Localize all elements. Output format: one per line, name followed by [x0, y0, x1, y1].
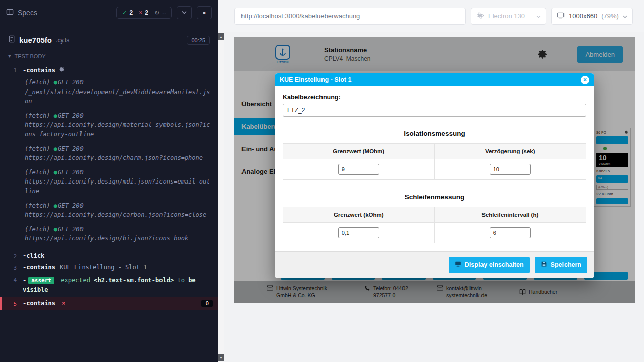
network-log-entry[interactable]: (fetch) ●GET 200 https://api.iconify.des… [25, 144, 213, 163]
test-body-toggle[interactable]: ▾ TEST BODY [0, 49, 218, 64]
fetch-label: (fetch) [25, 226, 50, 233]
status-dot-icon: ● [54, 202, 57, 209]
url-input[interactable] [234, 8, 466, 25]
schleifenmessung-title: Schleifenmessung [283, 193, 586, 201]
line-number: 1 [2, 66, 23, 74]
display-icon [455, 261, 461, 269]
line-number: 3 [2, 264, 23, 272]
save-floppy-icon [541, 261, 547, 269]
fetch-url: https://api.iconify.design/charm.json?ic… [25, 153, 213, 163]
close-icon[interactable]: × [581, 76, 589, 84]
fetch-status: GET 200 [58, 226, 84, 233]
stop-button[interactable]: ■ [197, 6, 212, 19]
stop-icon: ■ [203, 10, 205, 15]
reporter-header: Specs ✓ 2 × 2 ↻ -- ■ [0, 0, 218, 25]
specs-panel-icon [6, 8, 14, 17]
collapse-button[interactable] [177, 6, 192, 19]
chevron-down-icon [182, 10, 187, 15]
network-log-entry[interactable]: (fetch) ●GET 200 https://api.iconify.des… [25, 201, 213, 220]
browser-label: Electron 130 [488, 12, 525, 20]
command-name: -contains [23, 300, 55, 307]
verzoegerung-sek-input[interactable] [490, 164, 531, 175]
retry-count-badge: 0 [201, 300, 213, 307]
kabelbezeichnung-input[interactable] [283, 104, 586, 117]
status-dot-icon: ● [54, 226, 57, 233]
chevron-down-icon [536, 12, 541, 20]
stat-passed[interactable]: ✓ 2 [122, 9, 133, 16]
line-number: 5 [2, 300, 23, 307]
cypress-reporter: Specs ✓ 2 × 2 ↻ -- ■ [0, 0, 218, 362]
gear-icon[interactable] [59, 66, 65, 74]
display-einschalten-button[interactable]: Display einschalten [449, 257, 530, 273]
command-name: -contains [23, 67, 55, 74]
command-name: -contains [23, 264, 55, 271]
scrollbar[interactable]: ▲ ▼ [218, 32, 224, 362]
schleifenintervall-input[interactable] [490, 227, 531, 238]
command-row[interactable]: 2 -click [0, 250, 218, 262]
specs-label: Specs [18, 9, 37, 17]
fetch-label: (fetch) [25, 112, 50, 119]
display-button-label: Display einschalten [465, 261, 524, 268]
loop-col1-header: Grenzwert (kOhm) [283, 207, 435, 222]
grenzwert-kohm-input[interactable] [338, 227, 379, 238]
stat-failed[interactable]: × 2 [139, 9, 148, 16]
fetch-url: https://api.iconify.design/material-symb… [25, 120, 213, 139]
save-button-label: Speichern [551, 261, 581, 268]
modal-title: KUE Einstellung - Slot 1 [280, 76, 351, 83]
test-stats: ✓ 2 × 2 ↻ -- [116, 7, 172, 19]
restarts-count: -- [162, 9, 166, 16]
isolationsmessung-table: Grenzwert (MOhm) Verzögerung (sek) [283, 143, 586, 180]
modal-footer: Display einschalten Speichern [275, 251, 594, 278]
network-log-entry[interactable]: (fetch) ●GET 200 https://api.iconify.des… [25, 225, 213, 243]
command-argument: KUE Einstellung - Slot 1 [60, 264, 147, 271]
network-log-entry[interactable]: (fetch) ●GET 200 /_next/static/developme… [25, 78, 213, 106]
line-number: 2 [2, 252, 23, 260]
assert-expected: expected [61, 277, 90, 284]
stat-restarts[interactable]: ↻ -- [154, 9, 166, 16]
browser-selector[interactable]: Electron 130 [471, 8, 546, 25]
network-log-entry[interactable]: (fetch) ●GET 200 https://api.iconify.des… [25, 111, 213, 139]
fetch-label: (fetch) [25, 169, 50, 176]
fetch-label: (fetch) [25, 145, 50, 152]
assert-to: to [177, 277, 184, 284]
viewport-icon [557, 12, 565, 20]
spec-extension: .cy.ts [56, 37, 69, 44]
runner-main-area: Electron 130 1000x660 (79%) ▲ ▼ [218, 0, 644, 362]
speichern-button[interactable]: Speichern [535, 257, 587, 273]
scroll-up-arrow[interactable]: ▲ [218, 33, 224, 40]
grenzwert-mohm-input[interactable] [338, 164, 379, 175]
spec-row: kue705fo .cy.ts 00:25 [0, 25, 218, 49]
specs-button[interactable]: Specs [6, 8, 37, 17]
network-log-entry[interactable]: (fetch) ●GET 200 https://api.iconify.des… [25, 168, 213, 196]
command-row-failed[interactable]: 5 -contains × 0 [0, 297, 218, 310]
fetch-status: GET 200 [58, 145, 84, 152]
command-name: -click [23, 252, 44, 259]
viewport-zoom: (79%) [601, 12, 619, 20]
test-body-label: TEST BODY [15, 53, 46, 59]
fetch-url: https://api.iconify.design/mdi.json?icon… [25, 177, 213, 196]
modal-header: KUE Einstellung - Slot 1 × [275, 73, 594, 86]
cross-icon: × [139, 9, 142, 16]
fetch-status: GET 200 [58, 112, 84, 119]
status-dot-icon: ● [54, 169, 57, 176]
loop-col2-header: Schleifenintervall (h) [435, 207, 586, 222]
fetch-status: GET 200 [58, 169, 84, 176]
assert-dash: - [23, 277, 26, 284]
isolationsmessung-title: Isolationsmessung [283, 130, 586, 137]
kue-settings-modal: KUE Einstellung - Slot 1 × Kabelbezeichn… [275, 73, 594, 278]
command-row[interactable]: 1 -contains (fetch) ●GET 200 /_next/stat… [0, 64, 218, 250]
spec-duration: 00:25 [187, 36, 210, 45]
command-row[interactable]: 3 -contains KUE Einstellung - Slot 1 [0, 262, 218, 274]
scroll-down-arrow[interactable]: ▼ [218, 354, 224, 361]
status-dot-icon: ● [54, 112, 57, 119]
assert-selector: <h2.text-sm.font-bold> [94, 277, 174, 284]
failed-count: 2 [145, 9, 148, 16]
command-row-assert[interactable]: 4 -assert expected <h2.text-sm.font-bold… [0, 274, 218, 297]
status-dot-icon: ● [54, 79, 57, 86]
fail-cross-icon: × [62, 300, 65, 307]
spec-name[interactable]: kue705fo [19, 36, 52, 44]
fetch-status: GET 200 [58, 79, 84, 86]
viewport-selector[interactable]: 1000x660 (79%) [551, 8, 633, 25]
viewport-size: 1000x660 [569, 12, 597, 20]
chevron-down-icon [623, 12, 627, 20]
